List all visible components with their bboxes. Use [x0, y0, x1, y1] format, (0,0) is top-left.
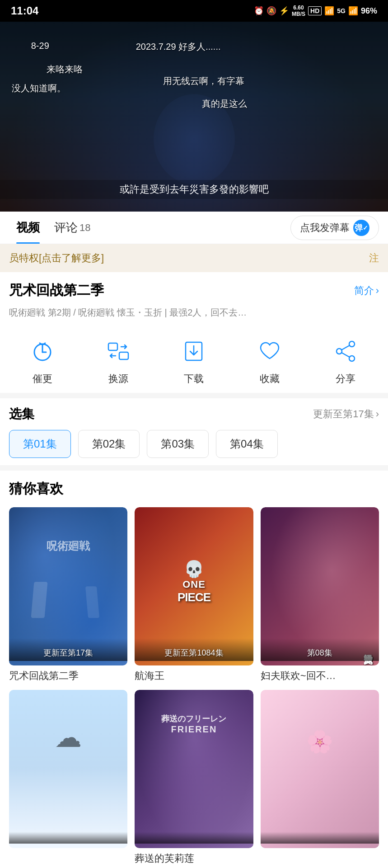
recommend-grid: 呪術廻戦 更新至第17集 咒术回战第二季 💀 ONE PIECE 更新至第108… [9, 507, 379, 865]
episode-list: 第01集 第02集 第03集 第04集 [9, 430, 379, 458]
danmu-button[interactable]: 点我发弹幕 弹 ✓ [290, 216, 379, 240]
favorite-label: 收藏 [260, 372, 280, 386]
episode-section-title: 选集 [9, 406, 34, 423]
member-banner[interactable]: 员特权[点击了解更多] 注 [0, 244, 388, 272]
battery-indicator: 96% [361, 6, 377, 16]
episode-01[interactable]: 第01集 [9, 430, 71, 458]
chevron-right-icon: › [376, 285, 379, 297]
action-favorite[interactable]: 收藏 [253, 335, 286, 386]
sakura-badge [261, 832, 379, 844]
video-info-section: 咒术回战第二季 简介 › 呪術廻戦 第2期 / 呪術廻戦 懐玉・玉折 | 最强2… [0, 272, 388, 324]
section-divider-2 [0, 465, 388, 471]
member-banner-text: 员特权[点击了解更多] [9, 251, 104, 265]
recommend-section: 猜你喜欢 呪術廻戦 更新至第17集 咒术回战第二季 💀 ONE PIECE [0, 471, 388, 865]
recommend-title: 猜你喜欢 [9, 480, 379, 498]
data-speed: 6.60 MB/S [292, 5, 305, 18]
share-label: 分享 [336, 372, 355, 386]
svg-rect-5 [108, 343, 117, 350]
card-thumbnail: 呪術廻戦 更新至第17集 [9, 507, 127, 665]
episode-03[interactable]: 第03集 [147, 430, 209, 458]
section-divider [0, 393, 388, 398]
action-source[interactable]: 换源 [102, 335, 135, 386]
share-icon [329, 335, 362, 368]
switch-icon [102, 335, 135, 368]
episode-section: 选集 更新至第17集 › 第01集 第02集 第03集 第04集 [0, 398, 388, 465]
fufu-badge: 第08集 [261, 638, 379, 661]
action-remind[interactable]: 催更 [26, 335, 59, 386]
recommend-card-onepiece[interactable]: 💀 ONE PIECE 更新至第1084集 航海王 [135, 507, 253, 683]
alarm-icon: ⏰ [254, 6, 264, 16]
recommend-card-sky[interactable]: ☁ [9, 690, 127, 865]
download-icon [178, 335, 210, 368]
svg-point-11 [337, 349, 342, 354]
member-banner-right: 注 [369, 251, 379, 265]
video-subtitle: 或許是受到去年災害多發的影響吧 [0, 180, 388, 199]
mute-icon: 🔕 [266, 6, 276, 16]
heart-icon [253, 335, 286, 368]
recommend-card-fufu[interactable]: 大帰交歓 第08集 妇夫联欢~回不… [261, 507, 379, 683]
video-title-row: 咒术回战第二季 简介 › [9, 281, 379, 300]
svg-line-12 [341, 345, 350, 350]
video-description: 呪術廻戦 第2期 / 呪術廻戦 懐玉・玉折 | 最强2人，回不去… [9, 305, 379, 320]
card-thumbnail: 🌸 [261, 690, 379, 848]
status-time: 11:04 [11, 5, 38, 17]
status-icons: ⏰ 🔕 ⚡ 6.60 MB/S HD 📶 5G 📶 96% [254, 5, 377, 18]
frieren-badge [135, 832, 253, 844]
card-thumbnail: ☁ [9, 690, 127, 848]
fufu-title: 妇夫联欢~回不… [261, 669, 379, 683]
intro-button[interactable]: 简介 › [354, 284, 379, 297]
remind-label: 催更 [33, 372, 52, 386]
card-thumbnail: 💀 ONE PIECE 更新至第1084集 [135, 507, 253, 665]
danmu-icon: 弹 ✓ [353, 220, 369, 236]
episode-more-button[interactable]: 更新至第17集 › [313, 407, 379, 421]
jujutsu-title: 咒术回战第二季 [9, 669, 127, 683]
episode-04[interactable]: 第04集 [216, 430, 278, 458]
download-label: 下载 [184, 372, 204, 386]
content-tabs: 视频 评论 18 点我发弹幕 弹 ✓ [0, 212, 388, 244]
svg-point-9 [349, 341, 355, 347]
video-title: 咒术回战第二季 [9, 281, 104, 300]
clock-icon [26, 335, 59, 368]
card-thumbnail: 葬送のフリーレンFRIEREN [135, 690, 253, 848]
sky-badge [9, 832, 127, 844]
recommend-card-sakura[interactable]: 🌸 [261, 690, 379, 865]
tab-video[interactable]: 视频 [9, 212, 47, 244]
episode-02[interactable]: 第02集 [78, 430, 140, 458]
video-player[interactable]: 8-29 2023.7.29 好多人...... 来咯来咯 没人知道啊。 用无线… [0, 22, 388, 212]
onepiece-badge: 更新至第1084集 [135, 638, 253, 661]
episode-header: 选集 更新至第17集 › [9, 406, 379, 423]
action-share[interactable]: 分享 [329, 335, 362, 386]
chevron-right-icon: › [376, 408, 379, 420]
bluetooth-icon: ⚡ [279, 6, 289, 16]
onepiece-title: 航海王 [135, 669, 253, 683]
5g-icon: 5G [337, 7, 346, 14]
source-label: 换源 [108, 372, 128, 386]
danmu-button-label: 点我发弹幕 [300, 221, 350, 235]
recommend-card-frieren[interactable]: 葬送のフリーレンFRIEREN 葬送的芙莉莲 [135, 690, 253, 865]
jujutsu-badge: 更新至第17集 [9, 638, 127, 661]
card-thumbnail: 大帰交歓 第08集 [261, 507, 379, 665]
action-download[interactable]: 下载 [178, 335, 210, 386]
hd-badge: HD [308, 6, 322, 15]
frieren-title: 葬送的芙莉莲 [135, 852, 253, 865]
tab-comments[interactable]: 评论 18 [47, 212, 98, 244]
svg-rect-6 [119, 352, 128, 359]
svg-line-13 [341, 353, 350, 357]
status-bar: 11:04 ⏰ 🔕 ⚡ 6.60 MB/S HD 📶 5G 📶 96% [0, 0, 388, 22]
comment-count: 18 [79, 222, 90, 234]
action-buttons-row: 催更 换源 下载 收藏 [0, 324, 388, 393]
svg-point-10 [349, 356, 355, 361]
signal-icon: 📶 [348, 6, 358, 16]
wifi-icon: 📶 [324, 6, 334, 16]
recommend-card-jujutsu[interactable]: 呪術廻戦 更新至第17集 咒术回战第二季 [9, 507, 127, 683]
